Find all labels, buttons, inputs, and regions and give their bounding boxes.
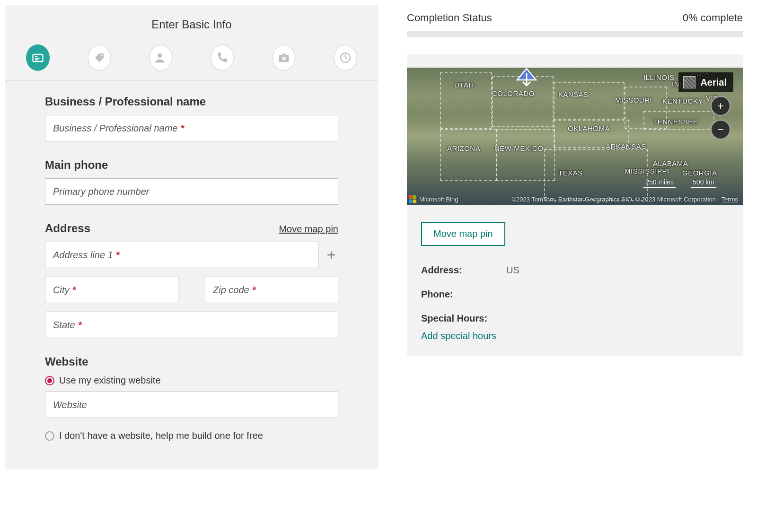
- id-card-icon: [31, 51, 44, 64]
- map-state-label: NEW MEXICO: [494, 144, 543, 152]
- map-state-label: UTAH: [454, 81, 474, 89]
- move-map-pin-link[interactable]: Move map pin: [279, 224, 338, 235]
- move-map-pin-button[interactable]: Move map pin: [421, 222, 505, 246]
- svg-rect-8: [282, 53, 286, 55]
- city-input[interactable]: [45, 277, 178, 303]
- map-attribution: ©2023 TomTom, Earthstar Geographics SIO,…: [511, 196, 738, 203]
- svg-point-7: [282, 57, 286, 61]
- completion-status-value: 0% complete: [683, 12, 743, 24]
- add-special-hours-link[interactable]: Add special hours: [421, 331, 729, 341]
- camera-icon: [277, 51, 290, 64]
- map-state-label: TEXAS: [558, 169, 583, 177]
- website-option-none[interactable]: I don't have a website, help me build on…: [45, 430, 338, 441]
- radio-icon: [45, 431, 54, 441]
- website-option-existing-label: Use my existing website: [59, 375, 161, 386]
- zoom-in-button[interactable]: +: [711, 96, 731, 116]
- map-state-label: GEORGIA: [682, 169, 717, 177]
- main-phone-label: Main phone: [45, 158, 338, 172]
- map-state-label: MISSOURI: [615, 96, 652, 104]
- divider: [5, 80, 378, 81]
- business-name-input[interactable]: [45, 115, 338, 141]
- phone-icon: [216, 51, 229, 64]
- svg-point-4: [101, 54, 103, 56]
- map-view-toggle[interactable]: Aerial: [678, 72, 733, 92]
- map-state-label: ALABAMA: [653, 159, 688, 167]
- website-label: Website: [45, 355, 338, 368]
- radio-icon: [45, 376, 54, 385]
- map-state-label: ARIZONA: [447, 144, 480, 152]
- main-phone-input[interactable]: [45, 178, 338, 205]
- satellite-icon: [683, 76, 695, 88]
- map-state-label: ILLINOIS: [643, 73, 675, 81]
- website-input[interactable]: [45, 392, 338, 418]
- add-address-line-button[interactable]: +: [324, 247, 338, 262]
- address-label: Address: [45, 222, 90, 235]
- preview-panel: Completion Status 0% complete UTAHCOLORA…: [407, 5, 752, 470]
- business-name-label: Business / Professional name: [45, 95, 338, 108]
- preview-special-hours-label: Special Hours:: [421, 313, 487, 324]
- preview-phone-label: Phone:: [421, 289, 506, 300]
- preview-address-label: Address:: [421, 265, 506, 276]
- clock-icon: [339, 51, 352, 64]
- map-scale: 250 miles 500 km: [645, 178, 714, 186]
- website-option-none-label: I don't have a website, help me build on…: [59, 430, 263, 441]
- map-state-label: KANSAS: [558, 90, 589, 98]
- map[interactable]: UTAHCOLORADOKANSASMISSOURIOHIOINDIANAILL…: [407, 68, 743, 205]
- map-terms-link[interactable]: Terms: [722, 196, 738, 203]
- step-people[interactable]: [149, 44, 173, 71]
- form-panel: Enter Basic Info: [5, 5, 378, 470]
- step-photos[interactable]: [272, 44, 296, 71]
- microsoft-icon: [409, 195, 416, 203]
- map-state-label: MISSISSIPPI: [625, 167, 669, 175]
- map-pin-icon[interactable]: [514, 68, 539, 87]
- map-state-label: OKLAHOMA: [568, 124, 610, 132]
- completion-status-label: Completion Status: [407, 12, 492, 24]
- map-state-label: COLORADO: [492, 89, 535, 97]
- microsoft-bing-logo: Microsoft Bing: [409, 195, 458, 203]
- zoom-out-button[interactable]: −: [711, 120, 731, 140]
- step-categories[interactable]: [88, 44, 111, 71]
- step-basic-info[interactable]: [26, 44, 50, 71]
- step-phone[interactable]: [211, 44, 234, 71]
- state-input[interactable]: [45, 312, 338, 338]
- address-line1-input[interactable]: [45, 242, 318, 268]
- person-icon: [154, 51, 167, 64]
- website-option-existing[interactable]: Use my existing website: [45, 375, 338, 386]
- svg-point-5: [158, 53, 162, 58]
- map-state-label: ARKANSAS: [606, 142, 646, 150]
- step-tabs: [5, 31, 378, 80]
- zip-input[interactable]: [205, 277, 338, 303]
- progress-bar: [407, 31, 743, 37]
- preview-address-value: US: [506, 265, 519, 276]
- step-hours[interactable]: [334, 44, 357, 71]
- panel-title: Enter Basic Info: [14, 18, 369, 31]
- tag-icon: [93, 51, 106, 64]
